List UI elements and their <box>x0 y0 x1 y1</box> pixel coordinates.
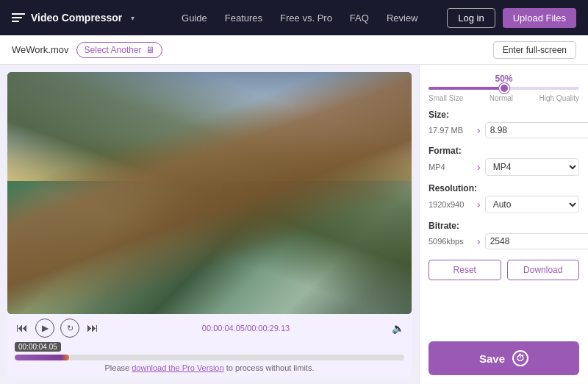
format-row: Format: MP4 › MP4 AVI MOV MKV WebM <box>429 146 579 176</box>
navbar: Video Compressor ▾ Guide Features Free v… <box>0 0 588 35</box>
pro-notice: Please download the Pro Version to proce… <box>15 363 404 372</box>
size-input[interactable] <box>485 122 588 138</box>
resolution-original: 1920x940 <box>429 200 473 209</box>
slider-label-normal: Normal <box>490 94 513 102</box>
size-row: Size: 17.97 MB › MB <box>429 110 579 138</box>
controls-row: ⏮ ▶ ↻ ⏭ 00:00:04.05/00:00:29.13 🔈 <box>15 319 404 338</box>
clock-icon: ⏱ <box>512 350 528 366</box>
format-select[interactable]: MP4 AVI MOV MKV WebM <box>485 158 579 176</box>
format-control: MP4 › MP4 AVI MOV MKV WebM <box>429 158 579 176</box>
slider-thumb <box>499 83 509 93</box>
resolution-arrow-icon: › <box>477 199 481 210</box>
bitrate-arrow-icon: › <box>477 235 481 247</box>
size-label: Size: <box>429 110 579 120</box>
bitrate-label: Bitrate: <box>429 221 579 231</box>
main-content: ⏮ ▶ ↻ ⏭ 00:00:04.05/00:00:29.13 🔈 00:00:… <box>0 65 588 384</box>
slider-fill <box>429 87 504 90</box>
save-label: Save <box>479 352 505 365</box>
reset-button[interactable]: Reset <box>429 260 501 280</box>
resolution-select[interactable]: Auto 1920x1080 1280x720 854x480 640x360 <box>485 196 579 213</box>
bitrate-control: 5096kbps › kbps <box>429 233 579 249</box>
slider-labels: Small Size Normal High Quality <box>429 94 579 102</box>
progress-bar-bg <box>15 355 404 360</box>
slider-label-small: Small Size <box>429 94 463 102</box>
progress-container[interactable] <box>15 355 404 360</box>
slider-track[interactable] <box>429 87 579 90</box>
nav-links: Guide Features Free vs. Pro FAQ Review <box>152 13 447 24</box>
nav-features[interactable]: Features <box>225 13 262 24</box>
loop-button[interactable]: ↻ <box>60 319 79 338</box>
download-button[interactable]: Download <box>507 260 580 280</box>
time-display: 00:00:04.05/00:00:29.13 <box>202 324 290 333</box>
logo-area: Video Compressor ▾ <box>12 12 135 24</box>
format-arrow-icon: › <box>477 161 481 173</box>
time-badge: 00:00:04.05 <box>15 342 61 352</box>
select-another-label: Select Another <box>85 45 142 55</box>
brand-dropdown-arrow[interactable]: ▾ <box>131 14 135 22</box>
pro-version-link[interactable]: download the Pro Version <box>132 363 223 372</box>
nav-guide[interactable]: Guide <box>182 13 207 24</box>
nav-free-vs-pro[interactable]: Free vs. Pro <box>280 13 332 24</box>
video-controls: ⏮ ▶ ↻ ⏭ 00:00:04.05/00:00:29.13 🔈 00:00:… <box>7 314 412 377</box>
action-buttons-row: Reset Download <box>429 260 579 280</box>
current-time: 00:00:04.05 <box>202 324 245 333</box>
toolbar: WeWork.mov Select Another 🖥 Enter full-s… <box>0 35 588 65</box>
menu-icon <box>12 13 25 22</box>
video-area: ⏮ ▶ ↻ ⏭ 00:00:04.05/00:00:29.13 🔈 00:00:… <box>0 65 419 384</box>
quality-value: 50% <box>495 74 512 84</box>
quality-slider-area: 50% Small Size Normal High Quality <box>429 74 579 102</box>
bitrate-original: 5096kbps <box>429 237 473 246</box>
nav-faq[interactable]: FAQ <box>350 13 369 24</box>
fullscreen-button[interactable]: Enter full-screen <box>493 41 576 59</box>
settings-panel: 50% Small Size Normal High Quality Size:… <box>419 65 588 384</box>
controls-buttons: ⏮ ▶ ↻ ⏭ <box>15 319 100 338</box>
play-button[interactable]: ▶ <box>35 319 54 338</box>
nav-review[interactable]: Review <box>387 13 418 24</box>
brand-name: Video Compressor <box>31 12 122 24</box>
size-arrow-icon: › <box>477 124 481 136</box>
volume-icon[interactable]: 🔈 <box>392 322 404 334</box>
size-control: 17.97 MB › MB <box>429 122 579 138</box>
resolution-row: Resolution: 1920x940 › Auto 1920x1080 12… <box>429 183 579 213</box>
size-original: 17.97 MB <box>429 126 473 135</box>
toolbar-left: WeWork.mov Select Another 🖥 <box>12 42 162 58</box>
pro-notice-prefix: Please <box>105 363 132 372</box>
video-preview <box>7 72 412 314</box>
upload-files-button[interactable]: Upload Files <box>503 8 576 28</box>
format-label: Format: <box>429 146 579 156</box>
select-another-button[interactable]: Select Another 🖥 <box>76 42 162 58</box>
rewind-button[interactable]: ⏮ <box>15 320 29 336</box>
slider-label-high: High Quality <box>539 94 579 102</box>
time-badge-area: 00:00:04.05 <box>15 341 404 353</box>
total-time: 00:00:29.13 <box>247 324 290 333</box>
file-name: WeWork.mov <box>12 44 69 55</box>
login-button[interactable]: Log in <box>447 8 495 28</box>
bitrate-row: Bitrate: 5096kbps › kbps <box>429 221 579 249</box>
nav-actions: Log in Upload Files <box>447 8 576 28</box>
pro-notice-suffix: to process without limits. <box>224 363 315 372</box>
resolution-control: 1920x940 › Auto 1920x1080 1280x720 854x4… <box>429 196 579 213</box>
bitrate-input[interactable] <box>485 233 588 249</box>
skip-button[interactable]: ⏭ <box>85 320 100 336</box>
video-container <box>7 72 412 314</box>
progress-bar-fill <box>15 355 69 360</box>
format-original: MP4 <box>429 163 473 171</box>
resolution-label: Resolution: <box>429 183 579 193</box>
monitor-icon: 🖥 <box>146 45 154 55</box>
save-button[interactable]: Save ⏱ <box>429 341 579 375</box>
